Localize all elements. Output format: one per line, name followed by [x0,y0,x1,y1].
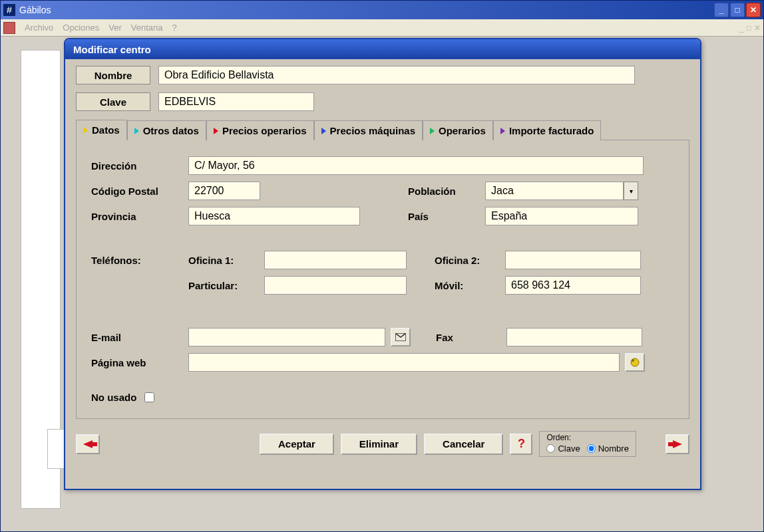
menu-opciones[interactable]: Opciones [63,23,99,33]
orden-label: Orden: [546,433,629,442]
mdi-area: Modificar centro Nombre Clave Datos [1,37,763,531]
app-title: Gábilos [19,5,714,15]
orden-clave-radio[interactable]: Clave [546,444,580,454]
tab-precios-maquinas[interactable]: Precios máquinas [314,120,423,140]
menubar: Archivo Opciones Ver Ventana ? _ □ ✕ [1,19,763,37]
tab-operarios[interactable]: Operarios [423,120,493,140]
direccion-label: Dirección [91,160,188,172]
codigo-postal-input[interactable] [188,182,260,200]
poblacion-lookup-button[interactable]: ▾ [624,182,638,200]
minimize-button[interactable]: _ [714,3,729,17]
email-label: E-mail [91,332,188,343]
mdi-minimize-icon[interactable]: _ [739,23,744,33]
tab-datos[interactable]: Datos [76,120,127,140]
pais-label: País [408,211,485,222]
globe-icon [630,357,640,368]
main-titlebar: # Gábilos _ □ ✕ [1,1,763,19]
email-send-button[interactable] [391,328,411,346]
fax-input[interactable] [506,328,642,346]
nombre-label: Nombre [76,66,150,84]
main-window: # Gábilos _ □ ✕ Archivo Opciones Ver Ven… [0,0,764,532]
arrow-left-icon [83,440,93,448]
tab-arrow-icon [500,128,505,134]
email-input[interactable] [188,328,385,346]
close-button[interactable]: ✕ [746,3,761,17]
arrow-right-icon [673,440,682,448]
menu-ver[interactable]: Ver [108,23,122,33]
poblacion-input[interactable] [485,182,624,200]
eliminar-button[interactable]: Eliminar [341,434,417,455]
tab-otros-datos[interactable]: Otros datos [127,120,206,140]
oficina2-label: Oficina 2: [435,255,505,266]
menu-ventana[interactable]: Ventana [131,23,163,33]
fax-label: Fax [436,332,484,343]
direccion-input[interactable] [188,156,644,175]
codigo-postal-label: Código Postal [91,186,188,197]
clave-label: Clave [76,92,150,111]
tab-arrow-icon [430,128,435,134]
app-logo-icon: # [3,4,15,16]
tab-arrow-icon [321,128,326,134]
mdi-restore-icon[interactable]: □ [747,23,751,33]
menu-archivo[interactable]: Archivo [25,23,53,33]
next-record-button[interactable] [666,434,689,454]
no-usado-label: No usado [91,392,136,403]
nombre-input[interactable] [158,66,635,84]
particular-input[interactable] [264,276,407,295]
tab-arrow-icon [83,127,88,134]
poblacion-label: Población [408,186,485,197]
oficina1-label: Oficina 1: [188,255,264,266]
dialog-title: Modificar centro [65,39,700,59]
tab-precios-operarios[interactable]: Precios operarios [206,120,314,140]
envelope-icon [395,333,406,341]
mdi-close-icon[interactable]: ✕ [754,23,761,33]
orden-nombre-radio[interactable]: Nombre [587,444,629,454]
tab-importe-facturado[interactable]: Importe facturado [493,120,602,140]
telefonos-label: Teléfonos: [91,255,188,266]
oficina1-input[interactable] [264,251,407,269]
mdi-controls: _ □ ✕ [739,23,761,33]
clave-input[interactable] [158,92,314,111]
movil-input[interactable] [505,276,641,295]
tab-arrow-icon [214,128,218,134]
modificar-centro-dialog: Modificar centro Nombre Clave Datos [64,38,701,490]
previous-record-button[interactable] [76,434,100,454]
menu-help[interactable]: ? [172,23,177,33]
provincia-label: Provincia [91,211,188,222]
provincia-input[interactable] [188,207,360,225]
pagina-web-label: Página web [91,357,188,368]
pais-input[interactable] [485,207,638,225]
tab-panel-datos: Dirección Código Postal Población ▾ [76,140,689,419]
movil-label: Móvil: [435,280,505,291]
orden-group: Orden: Clave Nombre [539,431,636,457]
tab-arrow-icon [134,128,139,134]
oficina2-input[interactable] [505,251,641,269]
no-usado-checkbox[interactable] [144,392,154,402]
help-button[interactable]: ? [510,434,532,455]
pagina-web-input[interactable] [188,353,620,372]
svg-point-2 [632,359,634,362]
aceptar-button[interactable]: Aceptar [260,434,334,455]
app-doc-icon [3,22,15,34]
web-browse-button[interactable] [625,353,645,372]
cancelar-button[interactable]: Cancelar [424,434,503,455]
maximize-button[interactable]: □ [730,3,745,17]
particular-label: Particular: [188,280,264,291]
